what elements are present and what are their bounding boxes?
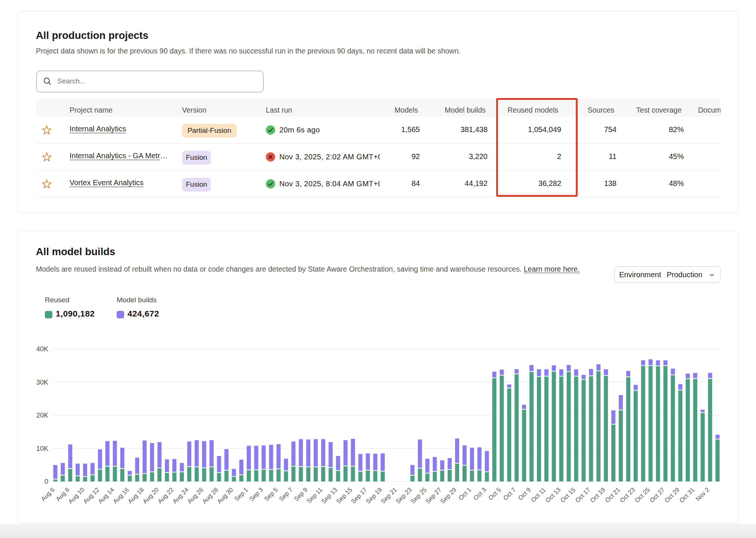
svg-text:Oct 1: Oct 1 xyxy=(457,486,473,501)
svg-text:Sep 21: Sep 21 xyxy=(379,486,398,505)
svg-text:Oct 11: Oct 11 xyxy=(529,486,547,503)
svg-text:Oct 21: Oct 21 xyxy=(603,486,621,504)
svg-text:Aug 28: Aug 28 xyxy=(201,486,219,505)
svg-text:Sep 1: Sep 1 xyxy=(233,486,249,502)
svg-text:Oct 27: Oct 27 xyxy=(648,486,666,504)
svg-text:Aug 26: Aug 26 xyxy=(186,486,205,505)
svg-text:Sep 25: Sep 25 xyxy=(409,486,428,505)
svg-text:Oct 13: Oct 13 xyxy=(544,486,562,504)
svg-text:Aug 10: Aug 10 xyxy=(67,486,86,505)
svg-text:Sep 29: Sep 29 xyxy=(439,486,458,505)
svg-text:Aug 30: Aug 30 xyxy=(216,486,234,505)
svg-text:Oct 3: Oct 3 xyxy=(472,486,488,501)
svg-text:Sep 15: Sep 15 xyxy=(335,486,353,505)
svg-text:Oct 19: Oct 19 xyxy=(589,486,606,504)
svg-text:Oct 25: Oct 25 xyxy=(633,486,651,504)
svg-text:Oct 23: Oct 23 xyxy=(618,486,636,504)
svg-text:Sep 5: Sep 5 xyxy=(263,486,279,502)
svg-text:Oct 31: Oct 31 xyxy=(678,486,695,504)
svg-text:Oct 5: Oct 5 xyxy=(487,486,503,501)
svg-text:Oct 7: Oct 7 xyxy=(502,486,517,501)
svg-text:Aug 14: Aug 14 xyxy=(97,486,116,505)
svg-text:Aug 18: Aug 18 xyxy=(126,486,145,505)
svg-text:Sep 3: Sep 3 xyxy=(248,486,264,502)
svg-text:Aug 24: Aug 24 xyxy=(171,486,190,505)
svg-text:Sep 11: Sep 11 xyxy=(305,486,324,504)
svg-text:Aug 6: Aug 6 xyxy=(40,486,56,502)
svg-text:Sep 13: Sep 13 xyxy=(320,486,339,505)
svg-text:Sep 17: Sep 17 xyxy=(350,486,368,505)
svg-text:Sep 27: Sep 27 xyxy=(424,486,443,505)
svg-text:Oct 29: Oct 29 xyxy=(663,486,681,504)
svg-text:Aug 12: Aug 12 xyxy=(82,486,101,505)
svg-text:30K: 30K xyxy=(36,379,48,386)
svg-text:Nov 2: Nov 2 xyxy=(694,486,710,502)
svg-text:0: 0 xyxy=(44,478,48,485)
svg-text:Sep 23: Sep 23 xyxy=(394,486,413,505)
svg-text:Oct 17: Oct 17 xyxy=(574,486,591,504)
svg-text:Sep 19: Sep 19 xyxy=(365,486,383,505)
svg-text:Oct 15: Oct 15 xyxy=(559,486,577,504)
svg-text:Aug 20: Aug 20 xyxy=(141,486,160,505)
svg-text:Aug 16: Aug 16 xyxy=(111,486,130,505)
svg-text:40K: 40K xyxy=(36,345,48,353)
svg-text:20K: 20K xyxy=(36,412,48,419)
svg-text:Sep 7: Sep 7 xyxy=(278,486,294,502)
svg-text:10K: 10K xyxy=(36,445,48,452)
svg-text:Aug 22: Aug 22 xyxy=(156,486,175,505)
